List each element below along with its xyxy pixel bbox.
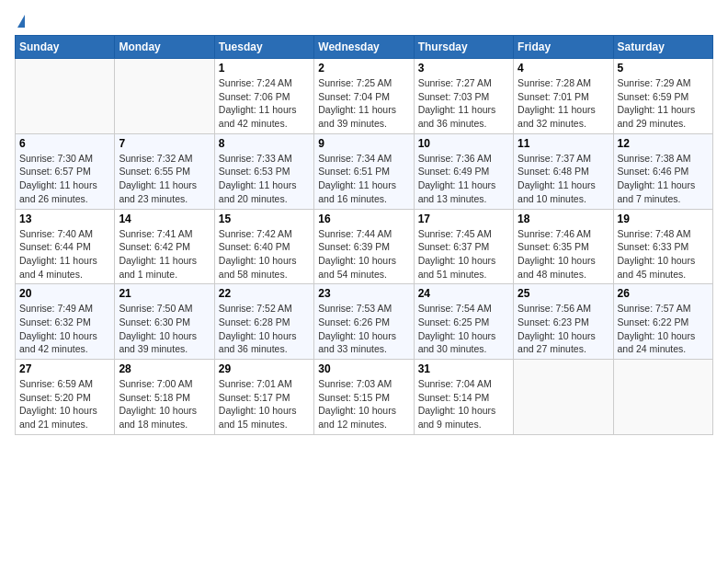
day-number: 5 [618,62,709,75]
day-info: Sunrise: 7:48 AM Sunset: 6:33 PM Dayligh… [618,227,709,282]
day-number: 20 [19,287,110,300]
day-header-wednesday: Wednesday [314,36,414,59]
day-info: Sunrise: 7:29 AM Sunset: 6:59 PM Dayligh… [618,76,709,131]
day-number: 12 [618,137,709,150]
calendar-cell: 27Sunrise: 6:59 AM Sunset: 5:20 PM Dayli… [16,360,115,435]
day-number: 26 [618,287,709,300]
calendar-week-row: 13Sunrise: 7:40 AM Sunset: 6:44 PM Dayli… [16,209,713,284]
day-number: 25 [518,287,609,300]
day-info: Sunrise: 7:40 AM Sunset: 6:44 PM Dayligh… [19,227,110,282]
calendar-cell [613,360,712,435]
calendar-cell: 16Sunrise: 7:44 AM Sunset: 6:39 PM Dayli… [314,209,414,284]
day-number: 16 [318,213,409,225]
calendar-cell: 7Sunrise: 7:32 AM Sunset: 6:55 PM Daylig… [115,133,214,209]
day-number: 9 [318,137,409,150]
day-number: 21 [119,287,210,300]
calendar-cell: 17Sunrise: 7:45 AM Sunset: 6:37 PM Dayli… [414,209,513,284]
calendar-cell: 30Sunrise: 7:03 AM Sunset: 5:15 PM Dayli… [314,360,414,435]
day-info: Sunrise: 7:49 AM Sunset: 6:32 PM Dayligh… [19,302,110,356]
calendar-cell: 5Sunrise: 7:29 AM Sunset: 6:59 PM Daylig… [613,59,712,134]
day-info: Sunrise: 7:53 AM Sunset: 6:26 PM Dayligh… [318,302,409,356]
day-number: 6 [19,137,110,150]
calendar-cell: 11Sunrise: 7:37 AM Sunset: 6:48 PM Dayli… [514,133,613,209]
calendar-cell [115,59,214,134]
day-info: Sunrise: 7:38 AM Sunset: 6:46 PM Dayligh… [618,152,709,206]
day-info: Sunrise: 7:34 AM Sunset: 6:51 PM Dayligh… [318,152,409,206]
calendar-cell: 3Sunrise: 7:27 AM Sunset: 7:03 PM Daylig… [414,59,513,134]
day-number: 22 [219,287,310,300]
day-info: Sunrise: 7:36 AM Sunset: 6:49 PM Dayligh… [418,152,509,206]
day-number: 1 [219,62,310,75]
calendar-cell: 29Sunrise: 7:01 AM Sunset: 5:17 PM Dayli… [214,360,313,435]
calendar-cell: 28Sunrise: 7:00 AM Sunset: 5:18 PM Dayli… [115,360,214,435]
day-header-thursday: Thursday [414,36,513,59]
day-number: 27 [19,362,110,375]
calendar-cell [514,360,613,435]
calendar-cell: 10Sunrise: 7:36 AM Sunset: 6:49 PM Dayli… [414,133,513,209]
day-info: Sunrise: 7:00 AM Sunset: 5:18 PM Dayligh… [119,377,210,431]
calendar-cell: 13Sunrise: 7:40 AM Sunset: 6:44 PM Dayli… [16,209,115,284]
calendar-week-row: 1Sunrise: 7:24 AM Sunset: 7:06 PM Daylig… [16,59,713,134]
day-info: Sunrise: 7:56 AM Sunset: 6:23 PM Dayligh… [518,302,609,356]
day-number: 30 [318,362,409,375]
day-number: 17 [418,213,509,225]
calendar-cell: 1Sunrise: 7:24 AM Sunset: 7:06 PM Daylig… [214,59,313,134]
day-info: Sunrise: 7:24 AM Sunset: 7:06 PM Dayligh… [219,76,310,131]
day-header-saturday: Saturday [613,36,712,59]
day-info: Sunrise: 7:52 AM Sunset: 6:28 PM Dayligh… [219,302,310,356]
day-header-sunday: Sunday [16,36,115,59]
day-info: Sunrise: 7:45 AM Sunset: 6:37 PM Dayligh… [418,227,509,282]
calendar-cell: 23Sunrise: 7:53 AM Sunset: 6:26 PM Dayli… [314,284,414,360]
day-info: Sunrise: 7:37 AM Sunset: 6:48 PM Dayligh… [518,152,609,206]
calendar-cell: 2Sunrise: 7:25 AM Sunset: 7:04 PM Daylig… [314,59,414,134]
calendar-cell: 19Sunrise: 7:48 AM Sunset: 6:33 PM Dayli… [613,209,712,284]
day-info: Sunrise: 7:32 AM Sunset: 6:55 PM Dayligh… [119,152,210,206]
day-number: 24 [418,287,509,300]
day-info: Sunrise: 7:33 AM Sunset: 6:53 PM Dayligh… [219,152,310,206]
day-info: Sunrise: 7:25 AM Sunset: 7:04 PM Dayligh… [318,76,409,131]
day-number: 29 [219,362,310,375]
day-info: Sunrise: 7:04 AM Sunset: 5:14 PM Dayligh… [418,377,509,431]
calendar-week-row: 20Sunrise: 7:49 AM Sunset: 6:32 PM Dayli… [16,284,713,360]
day-number: 2 [318,62,409,75]
day-info: Sunrise: 7:41 AM Sunset: 6:42 PM Dayligh… [119,227,210,282]
day-info: Sunrise: 7:27 AM Sunset: 7:03 PM Dayligh… [418,76,509,131]
calendar-header-row: SundayMondayTuesdayWednesdayThursdayFrid… [16,36,713,59]
day-number: 23 [318,287,409,300]
day-number: 31 [418,362,509,375]
day-info: Sunrise: 7:28 AM Sunset: 7:01 PM Dayligh… [518,76,609,131]
calendar-cell: 24Sunrise: 7:54 AM Sunset: 6:25 PM Dayli… [414,284,513,360]
day-number: 11 [518,137,609,150]
day-info: Sunrise: 7:50 AM Sunset: 6:30 PM Dayligh… [119,302,210,356]
day-number: 19 [618,213,709,225]
calendar-cell: 26Sunrise: 7:57 AM Sunset: 6:22 PM Dayli… [613,284,712,360]
calendar-cell: 22Sunrise: 7:52 AM Sunset: 6:28 PM Dayli… [214,284,313,360]
calendar-cell: 9Sunrise: 7:34 AM Sunset: 6:51 PM Daylig… [314,133,414,209]
calendar-table: SundayMondayTuesdayWednesdayThursdayFrid… [15,35,713,435]
calendar-cell: 6Sunrise: 7:30 AM Sunset: 6:57 PM Daylig… [16,133,115,209]
day-number: 13 [19,213,110,225]
calendar-cell: 31Sunrise: 7:04 AM Sunset: 5:14 PM Dayli… [414,360,513,435]
day-number: 15 [219,213,310,225]
day-header-monday: Monday [115,36,214,59]
day-number: 28 [119,362,210,375]
calendar-week-row: 27Sunrise: 6:59 AM Sunset: 5:20 PM Dayli… [16,360,713,435]
calendar-cell: 12Sunrise: 7:38 AM Sunset: 6:46 PM Dayli… [613,133,712,209]
page-header [15,15,713,24]
calendar-cell: 21Sunrise: 7:50 AM Sunset: 6:30 PM Dayli… [115,284,214,360]
day-info: Sunrise: 7:54 AM Sunset: 6:25 PM Dayligh… [418,302,509,356]
calendar-cell: 14Sunrise: 7:41 AM Sunset: 6:42 PM Dayli… [115,209,214,284]
day-number: 18 [518,213,609,225]
calendar-cell: 4Sunrise: 7:28 AM Sunset: 7:01 PM Daylig… [514,59,613,134]
day-info: Sunrise: 6:59 AM Sunset: 5:20 PM Dayligh… [19,377,110,431]
calendar-cell: 20Sunrise: 7:49 AM Sunset: 6:32 PM Dayli… [16,284,115,360]
day-info: Sunrise: 7:46 AM Sunset: 6:35 PM Dayligh… [518,227,609,282]
day-number: 10 [418,137,509,150]
day-info: Sunrise: 7:44 AM Sunset: 6:39 PM Dayligh… [318,227,409,282]
day-info: Sunrise: 7:03 AM Sunset: 5:15 PM Dayligh… [318,377,409,431]
logo [15,15,25,24]
calendar-week-row: 6Sunrise: 7:30 AM Sunset: 6:57 PM Daylig… [16,133,713,209]
day-number: 14 [119,213,210,225]
day-info: Sunrise: 7:01 AM Sunset: 5:17 PM Dayligh… [219,377,310,431]
day-header-tuesday: Tuesday [214,36,313,59]
